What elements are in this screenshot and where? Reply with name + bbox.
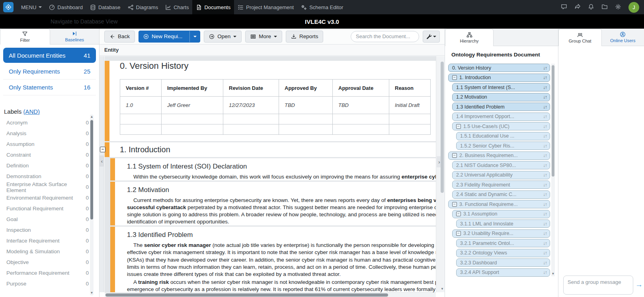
reports-button[interactable]: Reports — [286, 31, 323, 43]
scroll-up-icon[interactable]: ▲ — [90, 115, 94, 119]
sort-icon[interactable]: ↓↑ — [543, 221, 547, 226]
nav-item-charts[interactable]: Charts — [162, 0, 192, 14]
new-requirement-button[interactable]: New Requi... — [139, 31, 200, 43]
hierarchy-item-1-introduction[interactable]: −1. Introduction↓↑ — [448, 74, 550, 82]
nav-item-documents[interactable]: Documents — [192, 0, 234, 14]
hierarchy-item-2-1-nist-guidance-sp80[interactable]: 2.1 NIST Guidance SP80...↓↑ — [452, 161, 550, 169]
hierarchy-item-3-2-1-parametric-ontol[interactable]: 3.2.1 Parametric Ontol...↓↑ — [456, 239, 550, 247]
sort-icon[interactable]: ↓↑ — [543, 95, 547, 99]
sort-icon[interactable]: ↓↑ — [543, 212, 547, 216]
new-requirement-dropdown[interactable] — [189, 31, 200, 42]
send-message-icon[interactable]: → — [635, 280, 643, 289]
user-avatar[interactable]: J — [628, 2, 639, 13]
hierarchy-item-1-4-improvement-opport[interactable]: 1.4 Improvement Opport...↓↑ — [452, 113, 550, 121]
group-message-input[interactable] — [563, 276, 633, 295]
document-search-input[interactable] — [351, 31, 419, 42]
sort-icon[interactable]: ↓↑ — [543, 85, 547, 90]
collapse-icon[interactable]: − — [456, 212, 461, 216]
collapse-icon[interactable]: − — [456, 231, 461, 236]
tab-baselines[interactable]: Baselines — [50, 29, 100, 44]
open-button[interactable]: Open — [204, 31, 242, 43]
nav-item-database[interactable]: Database — [86, 0, 124, 14]
scrollbar-thumb[interactable] — [552, 65, 554, 177]
scroll-down-icon[interactable]: ▼ — [90, 291, 94, 295]
sort-icon[interactable]: ↓↑ — [543, 270, 547, 275]
sort-icon[interactable]: ↓↑ — [543, 105, 547, 109]
labels-operator-link[interactable]: (AND) — [23, 108, 40, 115]
sort-icon[interactable]: ↓↑ — [543, 250, 547, 255]
sort-icon[interactable]: ↓↑ — [543, 241, 547, 246]
sort-icon[interactable]: ↓↑ — [543, 260, 547, 265]
hierarchy-item-0-version-history[interactable]: 0. Version History↓↑ — [448, 64, 550, 72]
hierarchy-item-1-5-2-senior-cyber-ris[interactable]: 1.5.2 Senior Cyber Ris...↓↑ — [456, 142, 550, 150]
collapse-icon[interactable]: − — [456, 124, 461, 129]
sort-icon[interactable]: ↓↑ — [543, 231, 547, 236]
folder-icon[interactable] — [601, 4, 608, 11]
label-inspection[interactable]: Inspection0 — [0, 225, 99, 235]
tools-button[interactable] — [423, 31, 440, 43]
scrollbar-thumb[interactable] — [105, 293, 388, 297]
label-purpose[interactable]: Purpose0 — [0, 278, 99, 289]
collapse-section-icon[interactable]: − — [100, 147, 105, 152]
scrollbar-thumb[interactable] — [90, 120, 93, 219]
more-button[interactable]: More — [245, 31, 282, 43]
filter-only-statements[interactable]: Only Statements16 — [3, 80, 96, 95]
hierarchy-item-1-5-use-case-s-uc[interactable]: −1.5 Use-Case/s (UC)↓↑ — [452, 122, 550, 130]
collapse-icon[interactable]: − — [452, 153, 457, 158]
sort-icon[interactable]: ↓↑ — [543, 66, 547, 70]
hierarchy-item-3-2-4-api-support[interactable]: 3.2.4 API Support↓↑ — [456, 268, 550, 277]
gear-icon[interactable] — [615, 4, 621, 11]
filter-only-requirements[interactable]: Only Requirements25 — [3, 64, 96, 80]
sort-icon[interactable]: ↓↑ — [543, 153, 547, 158]
sidebar-scrollbar[interactable]: ▲ ▼ — [90, 115, 94, 295]
tab-filter[interactable]: Filter — [0, 29, 50, 45]
hierarchy-item-3-1-assumption[interactable]: −3.1 Assumption↓↑ — [452, 210, 550, 218]
sort-icon[interactable]: ↓↑ — [543, 192, 547, 197]
document-scroll-area[interactable]: 0. Version History Version #Implemented … — [105, 56, 436, 292]
collapse-left-chevron-icon[interactable]: ‹ — [100, 155, 104, 167]
label-acronym[interactable]: Acronym0 — [0, 117, 99, 128]
back-button[interactable]: Back — [104, 31, 135, 43]
sort-icon[interactable]: ↓↑ — [543, 173, 547, 177]
collapse-icon[interactable]: − — [452, 75, 457, 80]
hierarchy-item-2-4-static-and-dynamic-c[interactable]: 2.4 Static and Dynamic C...↓↑ — [452, 190, 550, 199]
sort-icon[interactable]: ↓↑ — [543, 163, 547, 168]
sort-icon[interactable]: ↓↑ — [543, 134, 547, 138]
label-demonstration[interactable]: Demonstration0 — [0, 171, 99, 182]
app-logo[interactable] — [3, 2, 14, 12]
hierarchy-item-3-1-1-lml-and-innoslate[interactable]: 3.1.1 LML and Innoslate↓↑ — [456, 219, 550, 228]
label-environmental-requirement[interactable]: Environmental Requirement0 — [0, 192, 99, 203]
label-performance-requirement[interactable]: Performance Requirement0 — [0, 268, 99, 278]
nav-item-project-management[interactable]: Project Management — [234, 0, 297, 14]
label-definition[interactable]: Definition0 — [0, 160, 99, 171]
document-vertical-scrollbar[interactable]: ▼ — [441, 57, 444, 291]
menu-dropdown[interactable]: MENU — [18, 0, 45, 14]
label-functional-requirement[interactable]: Functional Requirement0 — [0, 203, 99, 214]
chat-icon[interactable] — [561, 4, 567, 11]
sort-icon[interactable]: ↓↑ — [543, 124, 547, 129]
hierarchy-item-1-5-1-educational-use[interactable]: 1.5.1 Educational Use ...↓↑ — [456, 132, 550, 140]
tab-online-users[interactable]: Online Users — [602, 29, 644, 46]
nav-item-dashboard[interactable]: Dashboard — [45, 0, 86, 14]
hierarchy-scrollbar[interactable]: ▼ — [551, 64, 555, 276]
hierarchy-item-1-2-motivation[interactable]: 1.2 Motivation↓↑ — [452, 93, 550, 101]
sort-icon[interactable]: ↓↑ — [543, 144, 547, 148]
sort-icon[interactable]: ↓↑ — [543, 75, 547, 80]
filter-all-document-entities[interactable]: All Document Entities41 — [3, 48, 96, 63]
tab-group-chat[interactable]: Group Chat — [558, 29, 602, 46]
hierarchy-item-3-functional-requireme[interactable]: −3. Functional Requireme...↓↑ — [448, 200, 550, 208]
label-enterprise-attack-surface-element[interactable]: Enterprise Attack Surface Element0 — [0, 182, 99, 192]
scroll-down-icon[interactable]: ▼ — [551, 272, 555, 276]
document-horizontal-scrollbar[interactable] — [105, 292, 436, 297]
scrollbar-thumb[interactable] — [441, 62, 444, 193]
label-objective[interactable]: Objective0 — [0, 257, 99, 268]
label-goal[interactable]: Goal0 — [0, 214, 99, 225]
hierarchy-item-2-2-universal-applicability[interactable]: 2.2 Universal Applicability↓↑ — [452, 171, 550, 179]
hierarchy-item-3-2-usability-require[interactable]: −3.2 Usability Require...↓↑ — [452, 229, 550, 238]
hierarchy-item-3-2-3-dashboard[interactable]: 3.2.3 Dashboard↓↑ — [456, 258, 550, 267]
label-constraint[interactable]: Constraint0 — [0, 149, 99, 160]
label-modeling-simulation[interactable]: Modeling & Simulation0 — [0, 246, 99, 257]
tab-hierarchy[interactable]: Hierarchy — [445, 29, 494, 46]
collapse-icon[interactable]: − — [452, 202, 457, 207]
sort-icon[interactable]: ↓↑ — [543, 202, 547, 207]
